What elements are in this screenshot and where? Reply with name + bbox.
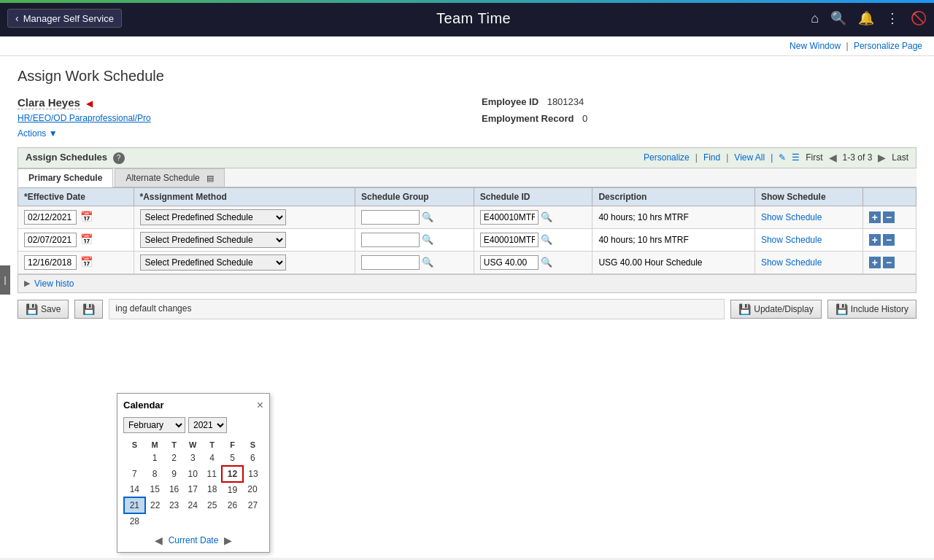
description-text-1: 40 hours; 10 hrs MTRF (598, 212, 688, 222)
personalize-link[interactable]: Personalize (644, 152, 690, 163)
cal-day[interactable]: 18 (202, 482, 222, 497)
grid-icon[interactable]: ✎ (779, 152, 786, 163)
cal-day[interactable]: 9 (165, 466, 184, 482)
cal-day[interactable]: 25 (202, 497, 222, 513)
cal-day[interactable]: 22 (145, 497, 165, 513)
calendar-button-2[interactable]: 📅 (79, 233, 94, 246)
remove-row-button-3[interactable]: − (883, 257, 895, 268)
day-header-sat: S (243, 439, 263, 451)
date-input-2[interactable] (24, 233, 77, 247)
add-row-button-2[interactable]: + (869, 234, 881, 246)
more-icon[interactable]: ⋮ (886, 10, 899, 26)
cal-day[interactable]: 3 (183, 451, 202, 466)
group-input-3[interactable] (361, 255, 420, 270)
calendar-close-button[interactable]: × (257, 400, 263, 411)
date-input-1[interactable] (24, 210, 77, 225)
back-button[interactable]: ‹ Manager Self Service (7, 9, 122, 28)
cal-day[interactable]: 2 (165, 451, 184, 466)
update-display-button[interactable]: 💾 Update/Display (730, 300, 821, 319)
home-icon[interactable]: ⌂ (811, 11, 819, 26)
cal-day[interactable]: 19 (222, 482, 243, 497)
show-schedule-link-2[interactable]: Show Schedule (761, 235, 822, 245)
calendar-prev-button[interactable]: ◀ (155, 534, 163, 546)
employee-role-link[interactable]: HR/EEO/OD Paraprofessional/Pro (18, 113, 151, 123)
save-button[interactable]: 💾 Save (18, 300, 69, 319)
help-icon[interactable]: ? (113, 152, 125, 164)
calendar-next-button[interactable]: ▶ (224, 534, 232, 546)
cal-day[interactable]: 5 (222, 451, 243, 466)
pagination-info: 1-3 of 3 (843, 152, 873, 163)
cal-day[interactable]: 14 (124, 482, 145, 497)
cal-day[interactable]: 23 (165, 497, 184, 513)
schedule-id-input-3[interactable] (480, 255, 539, 270)
schedule-id-search-3[interactable]: 🔍 (541, 257, 552, 268)
actions-menu[interactable]: Actions ▼ (18, 128, 58, 139)
notification-bar: ing default changes (109, 299, 725, 319)
show-schedule-link-1[interactable]: Show Schedule (761, 212, 822, 222)
bell-icon[interactable]: 🔔 (858, 10, 874, 26)
cal-day[interactable]: 8 (145, 466, 165, 482)
month-select[interactable]: February January March April May June Ju… (123, 417, 185, 433)
prev-page-icon[interactable]: ◀ (829, 152, 837, 163)
cal-day[interactable]: 17 (183, 482, 202, 497)
cal-day[interactable]: 20 (243, 482, 263, 497)
calendar-button-1[interactable]: 📅 (79, 210, 94, 223)
personalize-page-link[interactable]: Personalize Page (854, 41, 922, 51)
cal-day-selected[interactable]: 21 (124, 497, 145, 513)
cal-day[interactable]: 27 (243, 497, 263, 513)
cal-day[interactable]: 4 (202, 451, 222, 466)
year-select[interactable]: 2019 2020 2021 2022 2023 (188, 417, 227, 433)
cal-day[interactable]: 6 (243, 451, 263, 466)
find-link[interactable]: Find (703, 152, 720, 163)
cal-day[interactable]: 15 (145, 482, 165, 497)
table-icon[interactable]: ☰ (792, 152, 800, 163)
date-input-3[interactable] (24, 255, 77, 270)
cal-day[interactable]: 13 (243, 466, 263, 482)
cal-day[interactable]: 11 (202, 466, 222, 482)
show-schedule-link-3[interactable]: Show Schedule (761, 257, 822, 268)
schedule-id-input-2[interactable] (480, 233, 539, 247)
header-icons: ⌂ 🔍 🔔 ⋮ 🚫 (811, 10, 927, 26)
group-search-2[interactable]: 🔍 (422, 234, 433, 245)
group-input-2[interactable] (361, 233, 420, 247)
include-history-button[interactable]: 💾 Include History (827, 300, 916, 319)
view-history-link[interactable]: View histo (34, 279, 74, 289)
schedule-id-search-1[interactable]: 🔍 (541, 211, 552, 222)
secondary-button[interactable]: 💾 (74, 300, 103, 319)
next-page-icon[interactable]: ▶ (878, 152, 886, 163)
add-row-button-1[interactable]: + (869, 211, 881, 223)
no-entry-icon[interactable]: 🚫 (911, 10, 927, 26)
first-link[interactable]: First (806, 152, 822, 163)
cal-day[interactable]: 26 (222, 497, 243, 513)
method-select-2[interactable]: Select Predefined Schedule (140, 232, 286, 248)
cal-day[interactable]: 1 (145, 451, 165, 466)
schedule-id-input-1[interactable] (480, 210, 539, 225)
cal-day[interactable]: 16 (165, 482, 184, 497)
current-date-link[interactable]: Current Date (169, 535, 219, 545)
tab-primary-schedule[interactable]: Primary Schedule (18, 168, 113, 187)
search-icon[interactable]: 🔍 (830, 10, 846, 26)
new-window-link[interactable]: New Window (790, 41, 841, 51)
group-search-1[interactable]: 🔍 (422, 211, 433, 222)
cal-day[interactable]: 24 (183, 497, 202, 513)
sidebar-toggle[interactable]: ❘ (0, 265, 10, 295)
remove-row-button-2[interactable]: − (883, 234, 895, 246)
view-all-link[interactable]: View All (734, 152, 765, 163)
cal-day[interactable]: 10 (183, 466, 202, 482)
calendar-button-3[interactable]: 📅 (79, 255, 94, 268)
cal-day (165, 513, 184, 529)
method-select-3[interactable]: Select Predefined Schedule (140, 254, 286, 271)
add-row-button-3[interactable]: + (869, 257, 881, 268)
schedule-id-search-2[interactable]: 🔍 (541, 234, 552, 245)
calendar-week-1: 1 2 3 4 5 6 (124, 451, 263, 466)
tab-alternate-schedule[interactable]: Alternate Schedule ▤ (115, 168, 225, 187)
group-input-1[interactable] (361, 210, 420, 225)
employee-left: Clara Heyes ◀ HR/EEO/OD Paraprofessional… (18, 96, 452, 139)
cal-day[interactable]: 7 (124, 466, 145, 482)
group-search-3[interactable]: 🔍 (422, 257, 433, 268)
cal-day[interactable]: 28 (124, 513, 145, 529)
method-select-1[interactable]: Select Predefined Schedule (140, 209, 286, 225)
last-link[interactable]: Last (892, 152, 908, 163)
remove-row-button-1[interactable]: − (883, 211, 895, 223)
cal-day-highlighted[interactable]: 12 (222, 466, 243, 482)
